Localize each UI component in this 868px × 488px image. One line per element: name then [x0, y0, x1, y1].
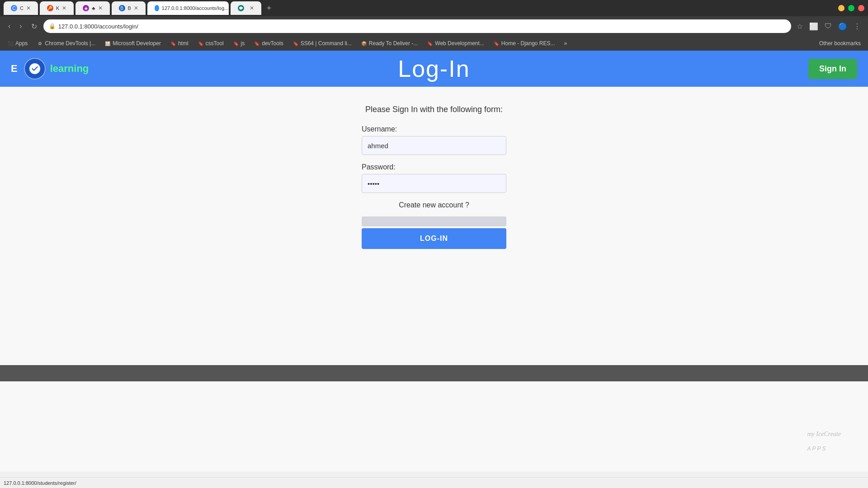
password-input[interactable]: [362, 174, 506, 193]
create-account-link[interactable]: Create new account ?: [399, 201, 469, 209]
extension-icon[interactable]: ⬜: [807, 20, 820, 33]
vpn-icon[interactable]: 🔵: [836, 20, 849, 33]
tab-1[interactable]: C C ✕: [4, 1, 38, 15]
bookmark-apps[interactable]: ⬛ Apps: [4, 39, 31, 48]
tab-6[interactable]: 💬 ✕: [231, 1, 261, 15]
tab-close-6[interactable]: ✕: [250, 5, 254, 11]
tab-3[interactable]: ♣ ♣ ✕: [75, 1, 109, 15]
refresh-button[interactable]: ↻: [28, 20, 40, 33]
login-button[interactable]: LOG-IN: [362, 228, 506, 249]
hover-overlay: [362, 216, 506, 226]
tab-5-active[interactable]: 🌐 127.0.0.1:8000/accounts/log... ✕: [147, 1, 229, 15]
tab-close-3[interactable]: ✕: [98, 5, 103, 11]
brand-name: learning: [50, 63, 89, 75]
password-label: Password:: [362, 163, 506, 171]
bookmark-more[interactable]: »: [561, 39, 571, 48]
ms-favicon: 🪟: [104, 40, 111, 47]
logo-letter: E: [11, 63, 18, 75]
sign-in-button[interactable]: Sign In: [808, 59, 857, 79]
web-favicon: 🔖: [427, 40, 433, 47]
form-subtitle: Please Sign In with the following form:: [365, 105, 503, 114]
devtools2-favicon: 🔖: [254, 40, 260, 47]
tab-2[interactable]: 🔑 K ✕: [40, 1, 74, 15]
star-icon[interactable]: ☆: [795, 20, 805, 33]
bookmark-web-dev[interactable]: 🔖 Web Development...: [423, 39, 488, 48]
tab-close-2[interactable]: ✕: [62, 5, 66, 11]
devtools-favicon: ⚙: [37, 40, 43, 47]
bookmark-django[interactable]: 🔖 Home - Django RES...: [490, 39, 559, 48]
username-group: Username:: [362, 125, 506, 155]
password-group: Password:: [362, 163, 506, 193]
bookmark-js[interactable]: 🔖 js: [229, 39, 249, 48]
back-button[interactable]: ‹: [5, 20, 13, 32]
form-inner: Username: Password: Create new account ?…: [362, 125, 506, 249]
page-title: Log-In: [398, 55, 470, 82]
watermark: my IceCreate APPS: [807, 425, 841, 454]
bookmark-other[interactable]: Other bookmarks: [816, 39, 864, 48]
django-favicon: 🔖: [493, 40, 500, 47]
menu-icon[interactable]: ⋮: [852, 20, 863, 33]
html-favicon: 🔖: [170, 40, 176, 47]
status-url: 127.0.0.1:8000/students/register/: [4, 480, 76, 486]
username-label: Username:: [362, 125, 506, 133]
site-logo-area: E learning: [11, 58, 89, 80]
maximize-button[interactable]: [848, 5, 854, 11]
footer-bar: [0, 365, 868, 381]
tab-close-4[interactable]: ✕: [134, 5, 138, 11]
bookmark-ss64[interactable]: 🔖 SS64 | Command li...: [289, 39, 355, 48]
logo-icon: [24, 58, 46, 80]
ss64-favicon: 🔖: [292, 40, 299, 47]
tab-4[interactable]: B B ✕: [112, 1, 146, 15]
address-text: 127.0.0.1:8000/accounts/login/: [58, 23, 786, 30]
css-favicon: 🔖: [198, 40, 204, 47]
shield-icon[interactable]: 🛡: [823, 20, 834, 32]
browser-chrome: C C ✕ 🔑 K ✕ ♣ ♣ ✕ B B ✕ 🌐 127.0.0.1:8000…: [0, 0, 868, 51]
bookmark-devtools[interactable]: ⚙ Chrome DevTools |...: [33, 39, 99, 48]
browser-toolbar: ‹ › ↻ 🔒 127.0.0.1:8000/accounts/login/ ☆…: [0, 16, 868, 36]
bookmark-css[interactable]: 🔖 cssTool: [194, 39, 227, 48]
logo-svg: [28, 62, 41, 75]
apps-favicon: ⬛: [7, 40, 14, 47]
address-bar[interactable]: 🔒 127.0.0.1:8000/accounts/login/: [43, 19, 791, 33]
rtd-favicon: 📦: [361, 40, 367, 47]
js-favicon: 🔖: [233, 40, 239, 47]
username-input[interactable]: [362, 136, 506, 155]
close-button[interactable]: [858, 5, 864, 11]
forward-button[interactable]: ›: [17, 20, 24, 32]
toolbar-icons: ☆ ⬜ 🛡 🔵 ⋮: [795, 20, 863, 33]
form-container: Please Sign In with the following form: …: [0, 87, 868, 249]
bookmark-ms-dev[interactable]: 🪟 Microsoft Developer: [101, 39, 165, 48]
site-header: E learning Log-In Sign In: [0, 51, 868, 87]
status-bar: 127.0.0.1:8000/students/register/: [0, 477, 868, 488]
new-tab-button[interactable]: +: [263, 4, 275, 13]
create-account-container: Create new account ?: [362, 201, 506, 209]
bookmark-ready-to-deliver[interactable]: 📦 Ready To Deliver -...: [357, 39, 422, 48]
window-controls: [838, 5, 864, 11]
bookmark-devtools2[interactable]: 🔖 devTools: [250, 39, 287, 48]
tab-close-1[interactable]: ✕: [26, 5, 31, 11]
bookmark-html[interactable]: 🔖 html: [166, 39, 192, 48]
tab-bar: C C ✕ 🔑 K ✕ ♣ ♣ ✕ B B ✕ 🌐 127.0.0.1:8000…: [0, 0, 868, 16]
bookmarks-bar: ⬛ Apps ⚙ Chrome DevTools |... 🪟 Microsof…: [0, 36, 868, 51]
minimize-button[interactable]: [838, 5, 844, 11]
lock-icon: 🔒: [49, 23, 56, 29]
page-content: E learning Log-In Sign In Please Sign In…: [0, 51, 868, 472]
